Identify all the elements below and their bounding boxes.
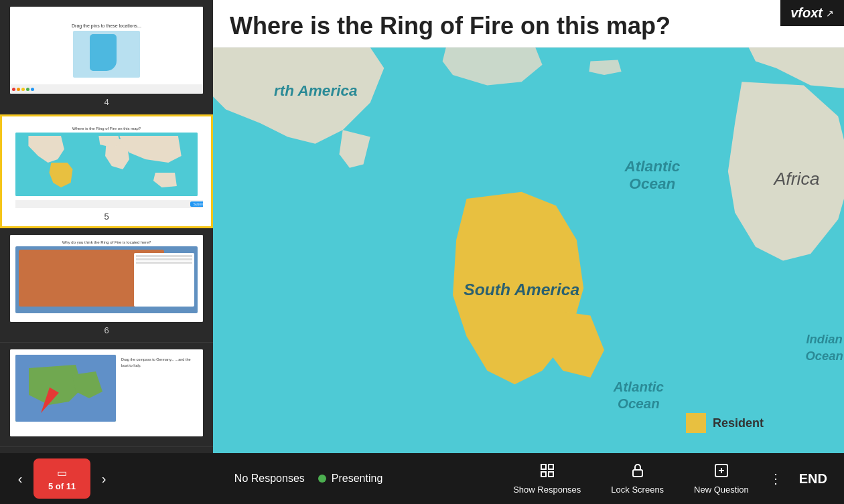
- new-question-button[interactable]: New Question: [681, 457, 762, 500]
- presenting-label: Presenting: [332, 473, 383, 485]
- sidebar: Drag the pins to these locations...: [0, 0, 213, 453]
- toolbar-actions: Show Responses Lock Screens New Question: [500, 457, 762, 500]
- show-responses-icon: [539, 463, 555, 482]
- main-container: Drag the pins to these locations...: [0, 0, 844, 453]
- slide-thumb-5[interactable]: Where is the Ring of Fire on this map?: [0, 114, 213, 228]
- toolbar-status: No Responses Presenting: [234, 473, 382, 485]
- end-label: END: [799, 471, 827, 486]
- slide-preview-5: Where is the Ring of Fire on this map?: [10, 121, 203, 208]
- slide-preview-7: Drag the compass to Germany... ...and th…: [10, 349, 203, 436]
- presenting-indicator: Presenting: [318, 473, 383, 485]
- next-icon: ›: [102, 471, 107, 487]
- svg-text:Ocean: Ocean: [805, 349, 843, 363]
- new-question-icon: [713, 463, 729, 482]
- slide5-number: 5: [10, 212, 203, 222]
- main-content: vfoxt ↗ Where is the Ring of Fire on thi…: [213, 0, 844, 453]
- svg-text:Atlantic: Atlantic: [613, 379, 664, 394]
- slide-icon: ▭: [57, 467, 67, 479]
- slide5-title: Where is the Ring of Fire on this map?: [15, 127, 198, 131]
- lock-screens-icon: [630, 463, 646, 482]
- svg-text:rth America: rth America: [274, 82, 358, 99]
- slide-preview-4: Drag the pins to these locations...: [10, 7, 203, 94]
- slide6-title: Why do you think the Ring of Fire is loc…: [15, 240, 198, 244]
- prev-nav-button[interactable]: ‹: [7, 462, 33, 495]
- map-container: Atlantic Ocean Africa South America rth …: [213, 48, 844, 453]
- slide-counter-text: 5 of 11: [48, 481, 76, 491]
- slide4-title: Drag the pins to these locations...: [72, 23, 141, 28]
- slide-thumb-6[interactable]: Why do you think the Ring of Fire is loc…: [0, 228, 213, 343]
- brand-logo: vfoxt: [790, 5, 823, 21]
- show-responses-label: Show Responses: [513, 485, 581, 495]
- svg-rect-12: [541, 465, 546, 469]
- more-icon: ⋮: [769, 471, 782, 486]
- slide-counter-button[interactable]: ▭ 5 of 11: [33, 458, 90, 499]
- toolbar: ‹ ▭ 5 of 11 › No Responses Presenting: [0, 453, 844, 504]
- map-legend: Resident: [686, 413, 764, 433]
- slide4-map: [73, 31, 140, 78]
- svg-rect-16: [633, 470, 642, 477]
- svg-rect-13: [549, 465, 553, 469]
- svg-text:Ocean: Ocean: [629, 175, 675, 192]
- brand-arrow: ↗: [826, 8, 834, 19]
- slide7-text: Drag the compass to Germany... ...and th…: [121, 357, 196, 369]
- prev-icon: ‹: [18, 471, 23, 487]
- svg-rect-14: [541, 472, 546, 477]
- slide-thumb-4[interactable]: Drag the pins to these locations...: [0, 0, 213, 114]
- slide4-sa-shape: [90, 34, 117, 71]
- svg-text:Africa: Africa: [772, 169, 819, 189]
- svg-text:Ocean: Ocean: [618, 396, 660, 411]
- no-responses-label: No Responses: [234, 473, 305, 485]
- slide5-bottom-bar: Submit: [15, 200, 203, 208]
- svg-text:South America: South America: [464, 280, 579, 299]
- svg-rect-15: [549, 472, 553, 477]
- next-nav-button[interactable]: ›: [90, 462, 117, 495]
- question-title: Where is the Ring of Fire on this map?: [213, 0, 844, 48]
- presenting-dot: [318, 475, 326, 483]
- slide4-number: 4: [10, 97, 203, 107]
- lock-screens-button[interactable]: Lock Screens: [597, 457, 677, 500]
- slide-thumb-7[interactable]: Drag the compass to Germany... ...and th…: [0, 343, 213, 447]
- svg-text:Atlantic: Atlantic: [624, 158, 680, 175]
- legend-color-swatch: [686, 413, 706, 433]
- lock-screens-label: Lock Screens: [611, 485, 664, 495]
- new-question-label: New Question: [694, 485, 749, 495]
- show-responses-button[interactable]: Show Responses: [500, 457, 594, 500]
- map-visual: Atlantic Ocean Africa South America rth …: [213, 48, 844, 453]
- more-options-button[interactable]: ⋮: [762, 471, 789, 487]
- slide5-map: [15, 133, 198, 196]
- slide6-number: 6: [10, 325, 203, 335]
- end-button[interactable]: END: [789, 471, 837, 487]
- legend-label: Resident: [713, 416, 764, 430]
- slide-view: Where is the Ring of Fire on this map?: [213, 0, 844, 453]
- slide5-submit-btn: Submit: [190, 201, 203, 207]
- slide-preview-6: Why do you think the Ring of Fire is loc…: [10, 235, 203, 322]
- brand-bar: vfoxt ↗: [780, 0, 844, 26]
- svg-text:Indian: Indian: [806, 332, 842, 346]
